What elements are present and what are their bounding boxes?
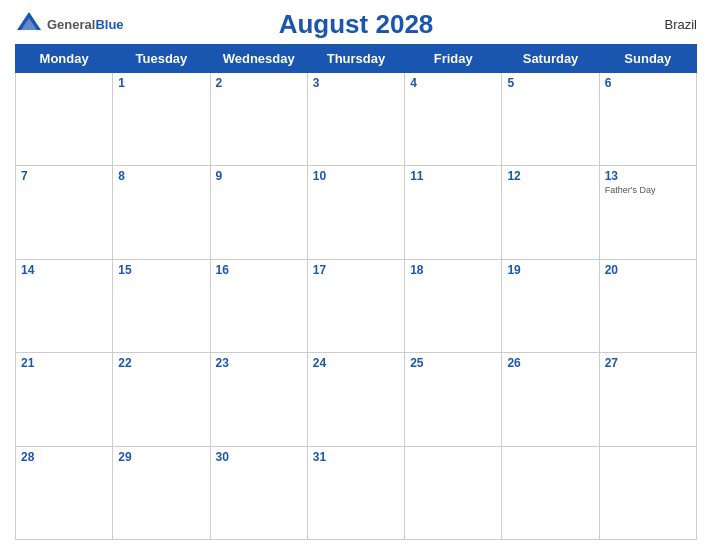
day-cell-7: 7 — [16, 166, 113, 259]
day-header-monday: Monday — [16, 45, 113, 73]
day-number: 31 — [313, 450, 399, 464]
day-cell-8: 8 — [113, 166, 210, 259]
day-number: 24 — [313, 356, 399, 370]
day-cell-15: 15 — [113, 259, 210, 352]
week-row-4: 21222324252627 — [16, 353, 697, 446]
empty-cell — [599, 446, 696, 539]
day-cell-18: 18 — [405, 259, 502, 352]
day-cell-22: 22 — [113, 353, 210, 446]
day-cell-20: 20 — [599, 259, 696, 352]
day-number: 10 — [313, 169, 399, 183]
day-cell-29: 29 — [113, 446, 210, 539]
days-header-row: MondayTuesdayWednesdayThursdayFridaySatu… — [16, 45, 697, 73]
day-number: 14 — [21, 263, 107, 277]
day-header-saturday: Saturday — [502, 45, 599, 73]
day-cell-3: 3 — [307, 73, 404, 166]
day-cell-14: 14 — [16, 259, 113, 352]
day-cell-10: 10 — [307, 166, 404, 259]
day-cell-11: 11 — [405, 166, 502, 259]
day-number: 29 — [118, 450, 204, 464]
day-number: 12 — [507, 169, 593, 183]
day-number: 2 — [216, 76, 302, 90]
holiday-label: Father's Day — [605, 185, 691, 196]
day-cell-16: 16 — [210, 259, 307, 352]
day-cell-19: 19 — [502, 259, 599, 352]
day-number: 18 — [410, 263, 496, 277]
day-cell-25: 25 — [405, 353, 502, 446]
day-cell-5: 5 — [502, 73, 599, 166]
week-row-1: 123456 — [16, 73, 697, 166]
calendar-header: GeneralBlue August 2028 Brazil — [15, 10, 697, 38]
day-number: 30 — [216, 450, 302, 464]
logo-general: GeneralBlue — [47, 15, 124, 33]
day-cell-24: 24 — [307, 353, 404, 446]
empty-cell — [405, 446, 502, 539]
day-number: 21 — [21, 356, 107, 370]
day-header-tuesday: Tuesday — [113, 45, 210, 73]
empty-cell — [16, 73, 113, 166]
day-number: 8 — [118, 169, 204, 183]
day-number: 9 — [216, 169, 302, 183]
day-cell-6: 6 — [599, 73, 696, 166]
day-header-sunday: Sunday — [599, 45, 696, 73]
day-number: 16 — [216, 263, 302, 277]
country-label: Brazil — [664, 17, 697, 32]
calendar-table: MondayTuesdayWednesdayThursdayFridaySatu… — [15, 44, 697, 540]
day-number: 17 — [313, 263, 399, 277]
day-number: 25 — [410, 356, 496, 370]
day-number: 26 — [507, 356, 593, 370]
day-header-wednesday: Wednesday — [210, 45, 307, 73]
day-number: 19 — [507, 263, 593, 277]
day-cell-17: 17 — [307, 259, 404, 352]
day-header-friday: Friday — [405, 45, 502, 73]
day-number: 28 — [21, 450, 107, 464]
logo-icon — [15, 10, 43, 38]
day-cell-27: 27 — [599, 353, 696, 446]
empty-cell — [502, 446, 599, 539]
day-number: 27 — [605, 356, 691, 370]
day-number: 1 — [118, 76, 204, 90]
logo: GeneralBlue — [15, 10, 124, 38]
day-header-thursday: Thursday — [307, 45, 404, 73]
week-row-5: 28293031 — [16, 446, 697, 539]
day-cell-28: 28 — [16, 446, 113, 539]
day-number: 3 — [313, 76, 399, 90]
month-title: August 2028 — [279, 9, 434, 40]
day-number: 6 — [605, 76, 691, 90]
day-number: 4 — [410, 76, 496, 90]
day-cell-23: 23 — [210, 353, 307, 446]
day-cell-30: 30 — [210, 446, 307, 539]
day-cell-26: 26 — [502, 353, 599, 446]
week-row-2: 78910111213Father's Day — [16, 166, 697, 259]
day-cell-21: 21 — [16, 353, 113, 446]
day-cell-1: 1 — [113, 73, 210, 166]
day-number: 22 — [118, 356, 204, 370]
day-cell-13: 13Father's Day — [599, 166, 696, 259]
week-row-3: 14151617181920 — [16, 259, 697, 352]
day-number: 23 — [216, 356, 302, 370]
day-cell-31: 31 — [307, 446, 404, 539]
day-number: 11 — [410, 169, 496, 183]
day-cell-9: 9 — [210, 166, 307, 259]
day-cell-4: 4 — [405, 73, 502, 166]
day-number: 5 — [507, 76, 593, 90]
day-number: 20 — [605, 263, 691, 277]
day-cell-2: 2 — [210, 73, 307, 166]
day-number: 15 — [118, 263, 204, 277]
day-number: 13 — [605, 169, 691, 183]
day-number: 7 — [21, 169, 107, 183]
day-cell-12: 12 — [502, 166, 599, 259]
